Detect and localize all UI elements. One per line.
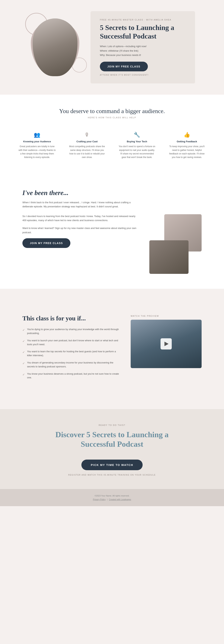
- hero-image-wrap: [29, 18, 85, 76]
- feature-icon-0: 👥: [18, 132, 56, 138]
- feature-title-2: Buying Your Tech: [118, 140, 156, 143]
- foryou-list: ✓You're dying to grow your audience by s…: [22, 328, 120, 380]
- hero-when: When: Lots of options—including right no…: [100, 44, 186, 48]
- feature-icon-3: 👍: [168, 132, 206, 138]
- cta-title: Discover 5 Secrets to Launching a Succes…: [51, 430, 173, 449]
- play-icon: [164, 342, 169, 346]
- hero-photo: [33, 18, 77, 76]
- story-para2: Want to know what I learned? Sign up for…: [22, 226, 140, 234]
- footer: ©2023 Your Name. All rights reserved. Pr…: [0, 489, 224, 506]
- story-images: [149, 214, 202, 274]
- hero-details: When: Lots of options—including right no…: [100, 44, 186, 57]
- features-grid: 👥 Knowing your Audience Great podcasters…: [15, 128, 209, 163]
- privacy-link[interactable]: Privacy Policy: [93, 498, 106, 500]
- story-section: I've been there... When I think back to …: [0, 174, 224, 289]
- check-icon-1: ✓: [22, 339, 25, 344]
- check-icon-0: ✓: [22, 328, 25, 332]
- join-class-button-story[interactable]: JOIN MY FREE CLASS: [22, 238, 70, 248]
- pick-time-button[interactable]: PICK MY TIME TO WATCH: [81, 460, 142, 470]
- foryou-section: This class is for you if... ✓You're dyin…: [0, 300, 224, 398]
- cta-ready: READY TO DO THIS?: [15, 424, 209, 426]
- story-heading: I've been there...: [22, 189, 202, 197]
- hero-photo-inner: [33, 18, 77, 76]
- join-class-button-hero[interactable]: JOIN MY FREE CLASS: [100, 62, 148, 71]
- foryou-item-text-1: You want to launch your own podcast, but…: [27, 339, 120, 346]
- video-thumbnail[interactable]: [131, 320, 202, 368]
- foryou-item-0: ✓You're dying to grow your audience by s…: [22, 328, 120, 335]
- play-button[interactable]: [161, 338, 172, 350]
- hero-title: 5 Secrets to Launching a Successful Podc…: [100, 24, 186, 40]
- foryou-right: WATCH THE PREVIEW: [131, 315, 202, 368]
- feature-card-1: 🎙 Crafting your Cast Most compelling pod…: [65, 128, 109, 163]
- footer-separator: |: [107, 498, 108, 500]
- foryou-item-text-3: You dream of generating secondary income…: [27, 361, 120, 369]
- footer-copyright: ©2023 Your Name. All rights reserved.: [15, 494, 209, 497]
- story-intro: When I think back to the first podcast I…: [22, 200, 134, 209]
- story-body: So I devoted hours to learning from the …: [22, 214, 202, 274]
- value-section: You deserve to command a bigger audience…: [0, 95, 224, 174]
- foryou-heading: This class is for you if...: [22, 315, 120, 322]
- hero-why: Why: Because your business needs it!: [100, 53, 186, 57]
- cta-footnote: REGISTER AND WATCH THIS 45-MINUTE TRAINI…: [15, 474, 209, 476]
- foryou-item-2: ✓You want to learn the top secrets for h…: [22, 350, 120, 358]
- feature-card-2: 🔧 Buying Your Tech You don't need to spe…: [115, 128, 159, 163]
- value-subtitle: HERE'S HOW THIS CLASS WILL HELP: [15, 116, 209, 119]
- foryou-left: This class is for you if... ✓You're dyin…: [22, 315, 120, 383]
- feature-icon-2: 🔧: [118, 132, 156, 138]
- feature-desc-3: To keep improving your show, you'll need…: [168, 145, 206, 159]
- foryou-item-4: ✓You know your business deserves a stron…: [22, 372, 120, 380]
- watch-label: WATCH THE PREVIEW: [131, 315, 202, 317]
- foryou-item-1: ✓You want to launch your own podcast, bu…: [22, 339, 120, 346]
- hero-content-box: FREE 45-MINUTE MASTER CLASS · WITH AMELI…: [90, 11, 195, 84]
- feature-title-1: Crafting your Cast: [68, 140, 106, 143]
- check-icon-3: ✓: [22, 361, 25, 366]
- feature-card-0: 👥 Knowing your Audience Great podcasters…: [15, 128, 59, 163]
- foryou-item-text-2: You want to learn the top secrets for ho…: [27, 350, 120, 358]
- story-text-col: So I devoted hours to learning from the …: [22, 214, 140, 250]
- check-icon-4: ✓: [22, 372, 25, 377]
- hero-subtext: ATTEND WHEN IT'S MOST CONVENIENT!: [100, 74, 186, 76]
- hero-where: Where: eWebinar (I'll share the link): [100, 48, 186, 53]
- value-title: You deserve to command a bigger audience…: [15, 108, 209, 114]
- feature-title-0: Knowing your Audience: [18, 140, 56, 143]
- hero-label: FREE 45-MINUTE MASTER CLASS · WITH AMELI…: [100, 19, 186, 21]
- leadpages-link[interactable]: Created with Leadpages: [109, 498, 131, 500]
- story-image-2: [149, 240, 188, 274]
- feature-card-3: 👍 Getting Feedback To keep improving you…: [165, 128, 209, 163]
- check-icon-2: ✓: [22, 350, 25, 355]
- foryou-item-text-4: You know your business deserves a strong…: [27, 372, 120, 380]
- feature-title-3: Getting Feedback: [168, 140, 206, 143]
- foryou-item-3: ✓You dream of generating secondary incom…: [22, 361, 120, 369]
- feature-desc-2: You don't need to spend a fortune on equ…: [118, 145, 156, 159]
- hero-section: FREE 45-MINUTE MASTER CLASS · WITH AMELI…: [0, 0, 224, 95]
- footer-links: Privacy Policy | Created with Leadpages: [15, 498, 209, 500]
- foryou-item-text-0: You're dying to grow your audience by sh…: [27, 328, 120, 335]
- feature-desc-1: Most compelling podcasts share the same …: [68, 145, 106, 159]
- feature-desc-0: Great podcasters are totally in tune wit…: [18, 145, 56, 159]
- feature-icon-1: 🎙: [68, 132, 106, 138]
- story-para1: So I devoted hours to learning from the …: [22, 214, 140, 222]
- cta-section: READY TO DO THIS? Discover 5 Secrets to …: [0, 409, 224, 489]
